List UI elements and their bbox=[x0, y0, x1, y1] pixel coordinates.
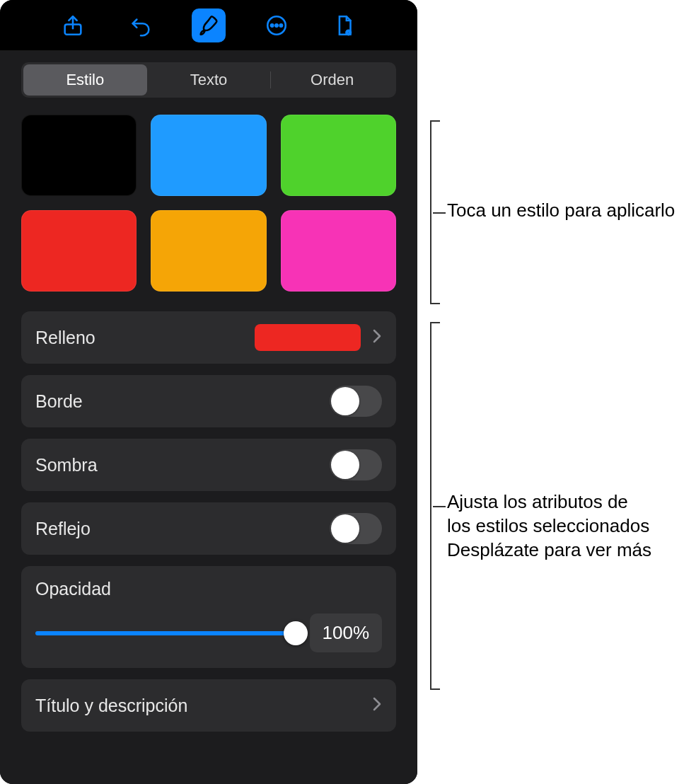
fill-color-swatch bbox=[255, 324, 361, 351]
opacity-slider[interactable] bbox=[35, 631, 297, 635]
border-row: Borde bbox=[21, 375, 396, 427]
reflection-label: Reflejo bbox=[35, 519, 330, 539]
tab-order[interactable]: Orden bbox=[270, 64, 394, 96]
style-swatch-blue[interactable] bbox=[151, 115, 266, 196]
shadow-toggle[interactable] bbox=[330, 449, 382, 480]
style-swatch-black[interactable] bbox=[21, 115, 137, 196]
callout-styles: Toca un estilo para aplicarlo bbox=[447, 198, 675, 222]
share-icon[interactable] bbox=[56, 8, 90, 42]
callout-attributes: Ajusta los atributos de los estilos sele… bbox=[447, 490, 651, 562]
more-icon[interactable] bbox=[260, 8, 294, 42]
format-panel: Estilo Texto Orden Relleno bbox=[0, 0, 417, 784]
panel-body: Estilo Texto Orden Relleno bbox=[0, 51, 417, 784]
svg-point-2 bbox=[271, 24, 273, 26]
undo-icon[interactable] bbox=[124, 8, 158, 42]
reflection-row: Reflejo bbox=[21, 502, 396, 555]
shadow-row: Sombra bbox=[21, 439, 396, 491]
tab-label: Estilo bbox=[66, 71, 104, 89]
title-description-row[interactable]: Título y descripción bbox=[21, 679, 396, 732]
tab-label: Texto bbox=[190, 71, 228, 89]
opacity-label: Opacidad bbox=[35, 579, 382, 599]
chevron-right-icon bbox=[372, 326, 382, 349]
toolbar bbox=[0, 0, 417, 51]
svg-point-6 bbox=[347, 31, 349, 33]
opacity-row: Opacidad 100% bbox=[21, 566, 396, 668]
border-toggle[interactable] bbox=[330, 386, 382, 417]
format-tabs: Estilo Texto Orden bbox=[21, 62, 396, 98]
callout-bracket-styles bbox=[430, 120, 431, 304]
border-label: Borde bbox=[35, 391, 330, 412]
style-swatch-magenta[interactable] bbox=[281, 210, 396, 292]
style-swatch-red[interactable] bbox=[21, 210, 137, 292]
fill-row[interactable]: Relleno bbox=[21, 311, 396, 364]
format-brush-icon[interactable] bbox=[192, 8, 226, 42]
style-swatch-orange[interactable] bbox=[151, 210, 266, 292]
tab-style[interactable]: Estilo bbox=[23, 64, 147, 96]
tab-label: Orden bbox=[311, 71, 354, 89]
title-description-label: Título y descripción bbox=[35, 696, 365, 716]
slider-thumb[interactable] bbox=[284, 621, 308, 645]
svg-point-3 bbox=[275, 24, 277, 26]
reflection-toggle[interactable] bbox=[330, 513, 382, 544]
tab-text[interactable]: Texto bbox=[147, 64, 271, 96]
opacity-value[interactable]: 100% bbox=[310, 613, 383, 652]
fill-label: Relleno bbox=[35, 328, 255, 348]
svg-point-4 bbox=[280, 24, 282, 26]
style-swatch-grid bbox=[21, 115, 396, 292]
chevron-right-icon bbox=[372, 694, 382, 717]
document-options-icon[interactable] bbox=[327, 8, 361, 42]
callout-bracket-attributes bbox=[430, 322, 431, 690]
shadow-label: Sombra bbox=[35, 455, 330, 475]
style-swatch-green[interactable] bbox=[281, 115, 396, 196]
